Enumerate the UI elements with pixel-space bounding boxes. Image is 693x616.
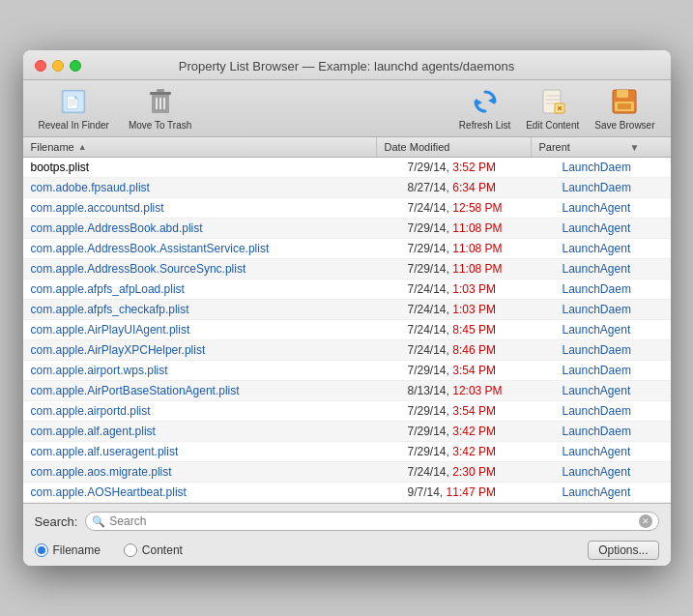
search-input[interactable] (109, 514, 634, 528)
svg-rect-5 (157, 89, 164, 92)
col-header-filename[interactable]: Filename ▲ (23, 137, 377, 157)
maximize-button[interactable] (70, 60, 81, 72)
cell-parent: LaunchAgent (555, 239, 671, 258)
toolbar-left-group: 📄 Reveal In Finder Move (39, 86, 192, 131)
table-body: bootps.plist7/29/14, 3:52 PMLaunchDaemco… (23, 158, 671, 503)
move-to-trash-label: Move To Trash (129, 120, 191, 131)
cell-parent: LaunchDaem (555, 361, 671, 380)
cell-filename: com.adobe.fpsaud.plist (23, 178, 400, 197)
cell-filename: com.apple.AirPlayXPCHelper.plist (23, 340, 400, 360)
svg-text:📄: 📄 (65, 95, 80, 110)
titlebar: Property List Browser — Example: launchd… (23, 50, 671, 80)
search-icon: 🔍 (92, 515, 105, 528)
cell-parent: LaunchDaem (555, 158, 671, 177)
content-radio-button[interactable] (124, 543, 137, 557)
cell-filename: com.apple.alf.useragent.plist (23, 442, 400, 461)
table-row[interactable]: com.apple.airport.wps.plist7/29/14, 3:54… (23, 361, 671, 381)
edit-content-button[interactable]: Edit Content (526, 86, 579, 131)
save-icon (609, 86, 640, 117)
col-header-date[interactable]: Date Modified (377, 137, 532, 157)
cell-parent: LaunchDaem (555, 300, 671, 319)
cell-date: 7/29/14, 3:42 PM (400, 422, 555, 441)
table-row[interactable]: com.apple.afpfs_afpLoad.plist7/24/14, 1:… (23, 279, 671, 300)
toolbar-right-group: Refresh List Edit Content (459, 86, 655, 131)
cell-filename: com.apple.afpfs_checkafp.plist (23, 300, 400, 319)
search-label: Search: (35, 514, 78, 529)
cell-parent: LaunchAgent (555, 483, 671, 502)
main-window: Property List Browser — Example: launchd… (23, 50, 671, 566)
table-container: Filename ▲ Date Modified Parent ▼ bootps… (23, 137, 671, 503)
table-row[interactable]: com.apple.aos.migrate.plist7/24/14, 2:30… (23, 462, 671, 483)
table-row[interactable]: com.apple.AddressBook.AssistantService.p… (23, 239, 671, 259)
search-bar: Search: 🔍 ✕ (23, 503, 671, 537)
table-row[interactable]: bootps.plist7/29/14, 3:52 PMLaunchDaem (23, 158, 671, 178)
table-row[interactable]: com.apple.accountsd.plist7/24/14, 12:58 … (23, 198, 671, 219)
content-radio-option[interactable]: Content (124, 543, 183, 557)
table-header: Filename ▲ Date Modified Parent ▼ (23, 137, 671, 158)
table-row[interactable]: com.apple.AirPlayXPCHelper.plist7/24/14,… (23, 340, 671, 361)
table-row[interactable]: com.apple.AirPlayUIAgent.plist7/24/14, 8… (23, 320, 671, 340)
cell-filename: com.apple.AddressBook.SourceSync.plist (23, 259, 400, 279)
cell-filename: com.apple.accountsd.plist (23, 198, 400, 218)
table-row[interactable]: com.adobe.fpsaud.plist8/27/14, 6:34 PMLa… (23, 178, 671, 198)
options-button[interactable]: Options... (588, 541, 658, 560)
content-radio-label: Content (142, 543, 183, 557)
table-row[interactable]: com.apple.alf.agent.plist7/29/14, 3:42 P… (23, 422, 671, 442)
cell-date: 7/24/14, 1:03 PM (400, 279, 555, 299)
table-row[interactable]: com.apple.airportd.plist7/29/14, 3:54 PM… (23, 401, 671, 422)
svg-marker-9 (488, 97, 495, 104)
move-to-trash-button[interactable]: Move To Trash (129, 86, 191, 131)
finder-icon: 📄 (58, 86, 89, 117)
cell-date: 7/24/14, 8:45 PM (400, 320, 555, 339)
filename-radio-button[interactable] (35, 543, 48, 557)
svg-marker-10 (476, 99, 482, 106)
refresh-list-button[interactable]: Refresh List (459, 86, 510, 131)
svg-rect-4 (150, 92, 171, 95)
cell-date: 7/24/14, 1:03 PM (400, 300, 555, 319)
cell-filename: com.apple.airport.wps.plist (23, 361, 400, 380)
cell-parent: LaunchAgent (555, 442, 671, 461)
trash-icon (145, 86, 176, 117)
edit-icon (537, 86, 568, 117)
cell-parent: LaunchAgent (555, 198, 671, 218)
refresh-icon (470, 86, 501, 117)
cell-parent: LaunchDaem (555, 279, 671, 299)
reveal-in-finder-button[interactable]: 📄 Reveal In Finder (39, 86, 109, 131)
cell-parent: LaunchDaem (555, 401, 671, 421)
cell-filename: com.apple.AOSHeartbeat.plist (23, 483, 400, 502)
cell-date: 7/29/14, 3:54 PM (400, 401, 555, 421)
cell-filename: com.apple.AddressBook.abd.plist (23, 219, 400, 238)
table-row[interactable]: com.apple.AddressBook.abd.plist7/29/14, … (23, 219, 671, 239)
cell-date: 8/27/14, 6:34 PM (400, 178, 555, 197)
svg-rect-19 (617, 90, 628, 98)
table-row[interactable]: com.apple.alf.useragent.plist7/29/14, 3:… (23, 442, 671, 462)
toolbar: 📄 Reveal In Finder Move (23, 80, 671, 137)
search-options-row: Filename Content Options... (23, 537, 671, 566)
minimize-button[interactable] (52, 60, 64, 72)
cell-date: 7/24/14, 2:30 PM (400, 462, 555, 482)
cell-parent: LaunchAgent (555, 462, 671, 482)
filename-radio-option[interactable]: Filename (35, 543, 101, 557)
cell-filename: com.apple.AirPortBaseStationAgent.plist (23, 381, 400, 400)
cell-date: 7/29/14, 11:08 PM (400, 259, 555, 279)
close-button[interactable] (35, 60, 46, 72)
cell-date: 7/29/14, 11:08 PM (400, 239, 555, 258)
cell-filename: com.apple.alf.agent.plist (23, 422, 400, 441)
save-browser-button[interactable]: Save Browser (594, 86, 654, 131)
table-row[interactable]: com.apple.afpfs_checkafp.plist7/24/14, 1… (23, 300, 671, 320)
table-row[interactable]: com.apple.AOSHeartbeat.plist9/7/14, 11:4… (23, 483, 671, 503)
window-title: Property List Browser — Example: launchd… (179, 59, 515, 73)
table-row[interactable]: com.apple.AirPortBaseStationAgent.plist8… (23, 381, 671, 401)
col-header-parent[interactable]: Parent ▼ (532, 137, 648, 157)
edit-content-label: Edit Content (526, 120, 579, 131)
cell-date: 7/29/14, 11:08 PM (400, 219, 555, 238)
cell-parent: LaunchDaem (555, 178, 671, 197)
refresh-list-label: Refresh List (459, 120, 510, 131)
col-dropdown-icon[interactable]: ▼ (630, 142, 640, 153)
search-clear-button[interactable]: ✕ (639, 514, 652, 528)
cell-date: 8/13/14, 12:03 PM (400, 381, 555, 400)
table-row[interactable]: com.apple.AddressBook.SourceSync.plist7/… (23, 259, 671, 279)
cell-filename: bootps.plist (23, 158, 400, 177)
cell-date: 7/24/14, 8:46 PM (400, 340, 555, 360)
sort-arrow-icon: ▲ (78, 142, 87, 152)
